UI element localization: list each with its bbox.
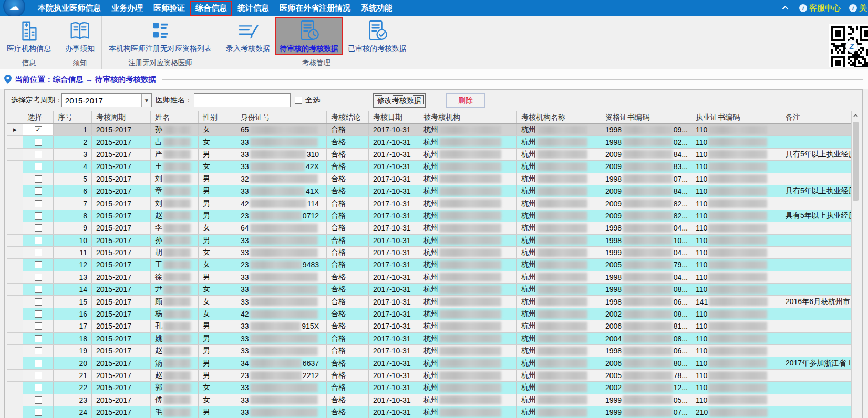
ribbon-button[interactable]: 录入考核数据 bbox=[222, 17, 274, 55]
row-checkbox[interactable] bbox=[35, 139, 42, 146]
menu-item-3[interactable]: 医师验证 bbox=[148, 1, 190, 15]
column-header-remark[interactable]: 备注 bbox=[781, 111, 852, 123]
column-header-result[interactable]: 考核结论 bbox=[327, 111, 369, 123]
table-row-10[interactable]: 102015-2017孙男33合格2017-10-31杭州杭州199810...… bbox=[7, 235, 860, 247]
cell-result: 合格 bbox=[327, 406, 369, 418]
column-header-license[interactable]: 执业证书编码 bbox=[691, 111, 781, 123]
table-row-11[interactable]: 112015-2017胡女33合格2017-10-31杭州杭州199904...… bbox=[7, 247, 860, 259]
row-checkbox[interactable] bbox=[35, 298, 42, 306]
row-checkbox[interactable] bbox=[35, 249, 42, 256]
table-row-5[interactable]: 52015-2017刘男32合格2017-10-31杭州杭州199807...1… bbox=[7, 173, 860, 185]
table-row-19[interactable]: 192015-2017赵男33合格2017-10-31杭州杭州199806...… bbox=[7, 345, 860, 357]
topbar-link-2[interactable]: i关 bbox=[849, 3, 867, 13]
table-row-8[interactable]: 82015-2017赵男230712合格2017-10-31杭州杭州200982… bbox=[7, 210, 860, 222]
table-row-14[interactable]: 142015-2017尹女33合格2017-10-31杭州杭州199808...… bbox=[7, 284, 860, 296]
cell-cert-code: 199804... bbox=[601, 222, 691, 234]
ribbon-button[interactable]: 医疗机构信息 bbox=[3, 17, 55, 55]
table-row-9[interactable]: 92015-2017李女64合格2017-10-31杭州杭州199804...1… bbox=[7, 222, 860, 234]
menu-item-2[interactable]: 业务办理 bbox=[106, 1, 148, 15]
column-header-indicator[interactable] bbox=[7, 111, 23, 123]
redacted-blur bbox=[537, 248, 587, 257]
column-header-name[interactable]: 姓名 bbox=[151, 111, 199, 123]
ribbon-button[interactable]: 已审核的考核数据 bbox=[344, 17, 411, 55]
column-header-orgname[interactable]: 考核机构名称 bbox=[517, 111, 601, 123]
table-row-16[interactable]: 162015-2017杨女42合格2017-10-31杭州杭州200208...… bbox=[7, 308, 860, 320]
row-checkbox[interactable] bbox=[35, 261, 42, 268]
row-checkbox[interactable] bbox=[35, 286, 42, 293]
table-row-21[interactable]: 212015-2017赵男232212合格2017-10-31杭州杭州20057… bbox=[7, 370, 860, 382]
table-row-13[interactable]: 132015-2017徐男33合格2017-10-31杭州杭州199804...… bbox=[7, 271, 860, 284]
delete-button[interactable]: 删除 bbox=[446, 93, 485, 108]
table-row-4[interactable]: 42015-2017王女3342X合格2017-10-31杭州杭州200983.… bbox=[7, 161, 860, 173]
ribbon-button[interactable]: 办事须知 bbox=[61, 17, 99, 55]
topbar-link-1[interactable]: i客服中心 bbox=[799, 3, 841, 13]
column-header-cert[interactable]: 资格证书编码 bbox=[601, 111, 691, 123]
table-row-6[interactable]: 62015-2017章男3341X合格2017-10-31杭州杭州200984.… bbox=[7, 185, 860, 197]
row-checkbox[interactable] bbox=[35, 163, 42, 170]
table-row-20[interactable]: 202015-2017汤男346637合格2017-10-31杭州杭州20068… bbox=[7, 357, 860, 369]
column-header-org[interactable]: 被考核机构 bbox=[419, 111, 517, 123]
row-checkbox[interactable] bbox=[35, 310, 42, 318]
table-row-23[interactable]: 232015-2017傅女33合格2017-10-31杭州杭州199905...… bbox=[7, 394, 860, 406]
cell-name: 郭 bbox=[151, 382, 199, 393]
table-row-22[interactable]: 222015-2017郭女33合格2017-10-31杭州杭州200212...… bbox=[7, 382, 860, 394]
cell-remark bbox=[781, 406, 852, 418]
table-row-1[interactable]: ▶✓12015-2017孙女65合格2017-10-31杭州杭州199809..… bbox=[7, 124, 860, 136]
scroll-up-icon[interactable] bbox=[852, 111, 860, 120]
column-header-gender[interactable]: 性别 bbox=[199, 111, 236, 123]
column-header-date[interactable]: 考核日期 bbox=[369, 111, 419, 123]
column-header-period[interactable]: 考核周期 bbox=[92, 111, 151, 123]
menu-item-1[interactable]: 本院执业医师信息 bbox=[33, 1, 106, 15]
scrollbar-thumb[interactable] bbox=[853, 122, 859, 201]
row-checkbox[interactable] bbox=[35, 409, 42, 416]
row-checkbox[interactable] bbox=[35, 187, 42, 195]
row-checkbox[interactable] bbox=[35, 384, 42, 391]
redacted-blur bbox=[163, 248, 191, 257]
column-header-select[interactable]: 选择 bbox=[23, 111, 54, 123]
table-row-24[interactable]: 242015-2017毛男33合格2017-10-31杭州杭州199907...… bbox=[7, 406, 860, 418]
assessment-data-grid: 选择序号考核周期姓名性别身份证号考核结论考核日期被考核机构考核机构名称资格证书编… bbox=[7, 111, 860, 418]
table-row-17[interactable]: 172015-2017孔男33915X合格2017-10-31杭州杭州20068… bbox=[7, 320, 860, 332]
menu-item-5[interactable]: 统计信息 bbox=[232, 1, 274, 15]
row-checkbox[interactable] bbox=[35, 347, 42, 354]
column-header-idcard[interactable]: 身份证号 bbox=[236, 111, 327, 123]
row-checkbox[interactable] bbox=[35, 396, 42, 404]
row-checkbox[interactable] bbox=[35, 322, 42, 330]
cell-org: 杭州 bbox=[419, 406, 517, 418]
collapse-ribbon-icon[interactable] bbox=[782, 6, 789, 10]
period-select[interactable]: 2015-2017 ▼ bbox=[61, 93, 152, 107]
row-checkbox[interactable] bbox=[35, 212, 42, 220]
ribbon-button[interactable]: 本机构医师注册无对应资格列表 bbox=[105, 17, 216, 55]
menu-item-7[interactable]: 系统功能 bbox=[356, 1, 398, 15]
topbar-link-label: 客服中心 bbox=[809, 3, 841, 13]
table-row-2[interactable]: 22015-2017占女33合格2017-10-31杭州杭州199802...1… bbox=[7, 136, 860, 148]
menu-item-4[interactable]: 综合信息 bbox=[190, 1, 232, 16]
table-row-7[interactable]: 72015-2017刘男42114合格2017-10-31杭州杭州200982.… bbox=[7, 197, 860, 210]
row-checkbox[interactable] bbox=[35, 151, 42, 158]
table-row-18[interactable]: 182015-2017姚男33合格2017-10-31杭州杭州200408...… bbox=[7, 333, 860, 345]
row-checkbox[interactable] bbox=[35, 175, 42, 183]
row-checkbox[interactable] bbox=[35, 274, 42, 281]
row-checkbox[interactable] bbox=[35, 335, 42, 342]
row-checkbox[interactable]: ✓ bbox=[35, 126, 42, 133]
redacted-blur bbox=[708, 383, 767, 392]
table-row-3[interactable]: 32015-2017严男33310合格2017-10-31杭州杭州200984.… bbox=[7, 149, 860, 161]
cell-period: 2015-2017 bbox=[92, 161, 151, 172]
row-checkbox[interactable] bbox=[35, 237, 42, 244]
ribbon-button[interactable]: 待审核的考核数据 bbox=[275, 17, 343, 55]
vertical-scrollbar[interactable] bbox=[851, 111, 860, 418]
table-row-15[interactable]: 152015-2017顾女33合格2017-10-31杭州杭州199806...… bbox=[7, 296, 860, 308]
row-checkbox[interactable] bbox=[35, 372, 42, 379]
row-checkbox[interactable] bbox=[35, 200, 42, 207]
ribbon-group-label: 考核管理 bbox=[221, 58, 411, 69]
select-all-checkbox[interactable] bbox=[295, 97, 302, 104]
redacted-blur bbox=[250, 162, 305, 171]
row-checkbox[interactable] bbox=[35, 224, 42, 232]
row-checkbox[interactable] bbox=[35, 360, 42, 367]
column-header-seq[interactable]: 序号 bbox=[54, 111, 92, 123]
menu-item-6[interactable]: 医师在外省注册情况 bbox=[274, 1, 356, 15]
doctor-name-input[interactable] bbox=[194, 93, 291, 107]
chevron-down-icon[interactable]: ▼ bbox=[141, 94, 151, 107]
table-row-12[interactable]: 122015-2017王女239483合格2017-10-31杭州杭州20057… bbox=[7, 259, 860, 271]
modify-assessment-button[interactable]: 修改考核数据 bbox=[373, 93, 426, 108]
